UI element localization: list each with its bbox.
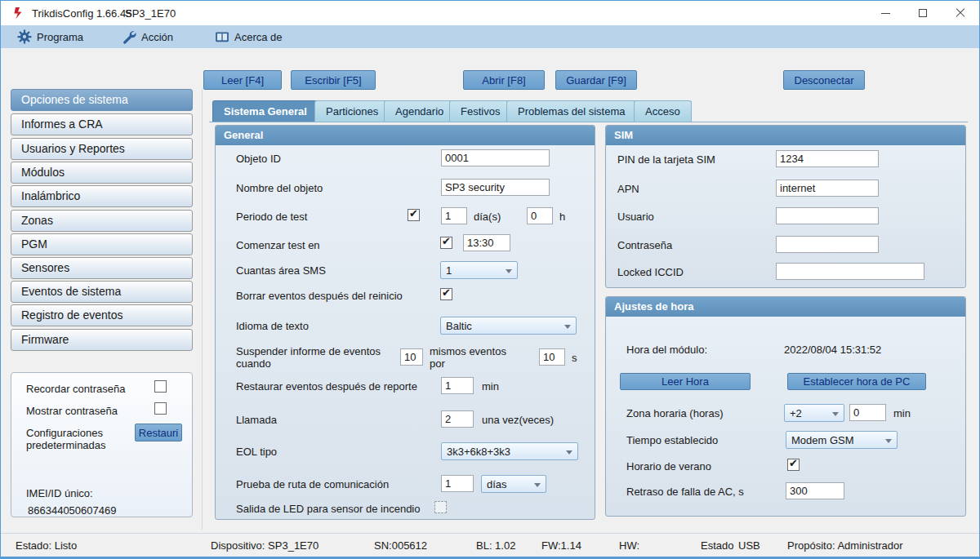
idioma-texto-label: Idioma de texto: [236, 320, 309, 332]
objeto-id-input[interactable]: [441, 149, 550, 166]
chevron-down-icon: [832, 412, 839, 416]
sidebar-item-pgm[interactable]: PGM: [11, 233, 193, 255]
apn-input[interactable]: [776, 180, 879, 197]
remember-password-checkbox[interactable]: [154, 380, 167, 393]
sidebar-item-informes-a-cra[interactable]: Informes a CRA: [11, 113, 193, 135]
status-estado: Estado: Listo: [16, 539, 77, 552]
general-group: General Objeto ID Nombre del objeto Peri…: [215, 125, 595, 520]
restore-defaults-button[interactable]: Restauri: [135, 424, 182, 441]
sim-pin-input[interactable]: [776, 150, 879, 167]
minimize-button[interactable]: [866, 1, 904, 25]
menu-bar: Programa Acción Acerca de: [1, 25, 979, 48]
write-button[interactable]: Escribir [F5]: [291, 70, 376, 90]
eol-tipo-select[interactable]: 3k3+6k8+3k3: [441, 442, 578, 460]
sidebar-item-firmware[interactable]: Firmware: [11, 329, 193, 351]
status-estado-usb-label: Estado: [701, 539, 733, 552]
locked-iccid-input[interactable]: [776, 263, 924, 280]
sidebar-item-usuarios-y-reportes[interactable]: Usuarios y Reportes: [11, 138, 193, 160]
suspender-unit-label: s: [572, 352, 577, 364]
app-title: TrikdisConfig 1.66.45: [32, 7, 131, 20]
cuantas-area-sms-value: 1: [446, 264, 452, 277]
tab-strip-underline: [209, 122, 968, 122]
chevron-down-icon: [564, 325, 571, 329]
periodo-test-checkbox[interactable]: [408, 209, 420, 221]
cuantas-area-sms-select[interactable]: 1: [440, 261, 518, 279]
timezone-select[interactable]: +2: [784, 404, 844, 422]
tab-problemas-del-sistema[interactable]: Problemas del sistema: [506, 100, 637, 122]
time-settings-group: Ajustes de hora Hora del módulo: 2022/08…: [605, 296, 966, 517]
suspender-seconds-input[interactable]: [539, 348, 565, 366]
apn-label: APN: [617, 183, 639, 195]
tab-particiones[interactable]: Particiones: [314, 100, 390, 122]
sidebar-item-registro-de-eventos[interactable]: Registro de eventos: [11, 304, 193, 326]
llamada-label: Llamada: [236, 414, 277, 426]
sidebar-item-sensores[interactable]: Sensores: [11, 257, 193, 279]
ac-fail-delay-input[interactable]: [786, 482, 844, 499]
tab-agendario[interactable]: Agendario: [384, 100, 455, 122]
set-pc-time-button[interactable]: Establecer hora de PC: [787, 373, 926, 390]
default-config-label: Configuraciones predeterminadas: [26, 427, 118, 451]
eol-tipo-value: 3k3+6k8+3k3: [447, 446, 510, 458]
maximize-button[interactable]: [904, 1, 942, 25]
periodo-horas-input[interactable]: [527, 207, 553, 224]
tab-sistema-general[interactable]: Sistema General: [212, 100, 318, 122]
gear-icon: [17, 29, 32, 44]
open-button[interactable]: Abrir [F8]: [463, 70, 545, 90]
menu-programa[interactable]: Programa: [17, 25, 83, 48]
restaurar-eventos-label: Restaurar eventos después de reporte: [236, 380, 417, 393]
tab-festivos[interactable]: Festivos: [449, 100, 511, 122]
restaurar-eventos-input[interactable]: [441, 377, 474, 394]
timezone-min-input[interactable]: [849, 404, 886, 421]
periodo-dias-input[interactable]: [441, 207, 467, 224]
llamada-input[interactable]: [441, 410, 474, 428]
module-time-label: Hora del módulo:: [626, 344, 707, 356]
prueba-ruta-input[interactable]: [441, 475, 474, 492]
suspender-mid-label: mismos eventos por: [430, 345, 515, 370]
comenzar-hora-input[interactable]: [463, 234, 510, 251]
save-button[interactable]: Guardar [F9]: [555, 70, 637, 90]
prueba-ruta-unit-value: días: [487, 478, 507, 490]
close-icon: [956, 8, 965, 18]
sidebar-item-zonas[interactable]: Zonas: [11, 210, 193, 232]
salida-led-label: Salida de LED para sensor de incendio: [236, 503, 420, 515]
sim-usuario-label: Usuario: [617, 211, 654, 223]
restaurar-eventos-unit: min: [482, 380, 499, 393]
salida-led-checkbox[interactable]: [434, 501, 447, 513]
status-proposito: Propósito: Administrador: [787, 539, 903, 552]
borrar-eventos-checkbox[interactable]: [440, 288, 452, 300]
menu-acerca-de[interactable]: Acerca de: [215, 25, 283, 48]
status-fw: FW:1.14: [541, 539, 581, 552]
minimize-icon: [881, 13, 890, 14]
status-estado-usb-value: USB: [738, 539, 760, 552]
dst-checkbox[interactable]: [787, 459, 800, 471]
prueba-ruta-unit-select[interactable]: días: [481, 475, 546, 493]
sim-pin-label: PIN de la tarjeta SIM: [617, 153, 715, 166]
read-time-button[interactable]: Leer Hora: [620, 373, 751, 390]
sim-contrasena-input[interactable]: [776, 236, 879, 253]
sidebar-item-inalambrico[interactable]: Inalámbrico: [11, 185, 193, 207]
time-source-select[interactable]: Modem GSM: [786, 431, 898, 449]
menu-accion[interactable]: Acción: [122, 25, 173, 48]
status-sn: SN:005612: [374, 539, 427, 552]
sim-usuario-input[interactable]: [776, 207, 879, 224]
show-password-checkbox[interactable]: [154, 402, 167, 415]
app-window: TrikdisConfig 1.66.45 SP3_1E70 Programa …: [0, 0, 980, 559]
comenzar-test-checkbox[interactable]: [440, 237, 452, 249]
sim-contrasena-label: Contraseña: [617, 239, 672, 251]
sidebar-item-opciones-de-sistema[interactable]: Opciones de sistema: [11, 89, 193, 111]
close-button[interactable]: [942, 1, 979, 25]
chevron-down-icon: [566, 450, 572, 455]
imei-value: 866344050607469: [28, 504, 116, 517]
idioma-texto-select[interactable]: Baltic: [440, 317, 577, 335]
menu-acerca-de-label: Acerca de: [234, 31, 283, 43]
tab-acceso[interactable]: Acceso: [634, 100, 692, 122]
idioma-texto-value: Baltic: [446, 320, 472, 332]
status-dispositivo: Dispositivo: SP3_1E70: [211, 539, 318, 552]
sidebar-item-eventos-de-sistema[interactable]: Eventos de sistema: [11, 281, 193, 303]
read-button[interactable]: Leer [F4]: [203, 70, 282, 90]
suspender-count-input[interactable]: [400, 348, 423, 366]
disconnect-button[interactable]: Desconectar: [783, 70, 865, 90]
general-group-header: General: [216, 126, 595, 145]
nombre-objeto-input[interactable]: [441, 179, 550, 196]
sidebar-item-modulos[interactable]: Módulos: [11, 162, 193, 184]
